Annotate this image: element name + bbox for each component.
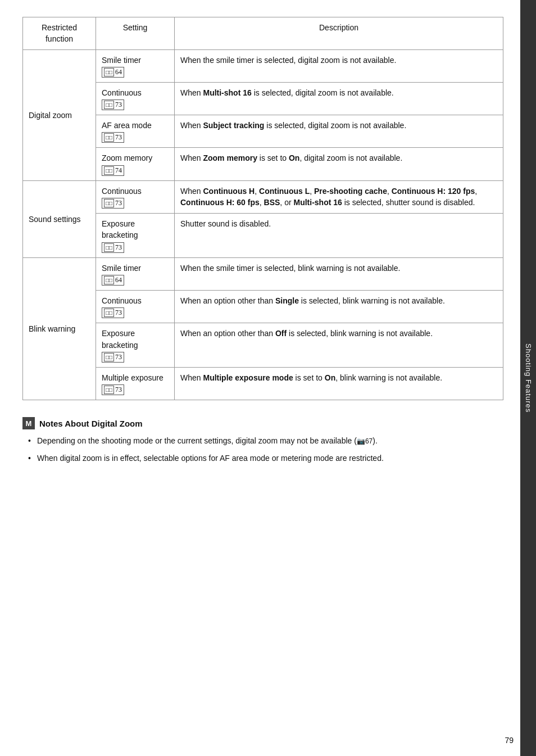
setting-cell: AF area mode□□73 bbox=[96, 115, 175, 148]
header-setting: Setting bbox=[96, 17, 175, 50]
description-cell: When Continuous H, Continuous L, Pre-sho… bbox=[175, 180, 503, 213]
table-row: Blink warning Smile timer□□64 When the s… bbox=[23, 257, 503, 290]
description-cell: When an option other than Single is sele… bbox=[175, 290, 503, 323]
page-ref-icon: □□73 bbox=[102, 132, 124, 143]
description-cell: Shutter sound is disabled. bbox=[175, 214, 503, 258]
setting-cell: Exposure bracketing□□73 bbox=[96, 323, 175, 368]
notes-header: M Notes About Digital Zoom bbox=[22, 417, 503, 429]
setting-cell: Exposure bracketing□□73 bbox=[96, 214, 175, 258]
side-tab: Shooting Features bbox=[520, 0, 536, 756]
page-ref-icon: □□73 bbox=[102, 384, 124, 395]
table-row: Sound settings Continuous□□73 When Conti… bbox=[23, 180, 503, 213]
group-digital-zoom: Digital zoom bbox=[23, 49, 96, 180]
header-restricted: Restricted function bbox=[23, 17, 96, 50]
description-cell: When Multi-shot 16 is selected, digital … bbox=[175, 82, 503, 115]
setting-cell: Multiple exposure□□73 bbox=[96, 367, 175, 400]
group-blink-warning: Blink warning bbox=[23, 257, 96, 400]
list-item: Depending on the shooting mode or the cu… bbox=[28, 435, 503, 447]
setting-cell: Continuous□□73 bbox=[96, 290, 175, 323]
page-ref-icon: □□73 bbox=[102, 242, 124, 253]
page-ref-icon: □□74 bbox=[102, 165, 124, 176]
special-ref-icon: 📷⁠67 bbox=[357, 437, 373, 445]
notes-icon: M bbox=[22, 417, 35, 429]
notes-list: Depending on the shooting mode or the cu… bbox=[22, 435, 503, 464]
table-row: Digital zoom Smile timer□□64 When the sm… bbox=[23, 49, 503, 82]
page-ref-icon: □□64 bbox=[102, 67, 124, 78]
header-description: Description bbox=[175, 17, 503, 50]
description-cell: When an option other than Off is selecte… bbox=[175, 323, 503, 368]
setting-cell: Zoom memory□□74 bbox=[96, 148, 175, 180]
description-cell: When Subject tracking is selected, digit… bbox=[175, 115, 503, 148]
group-sound-settings: Sound settings bbox=[23, 180, 96, 257]
page-ref-icon: □□73 bbox=[102, 307, 124, 318]
notes-section: M Notes About Digital Zoom Depending on … bbox=[22, 417, 503, 464]
list-item: When digital zoom is in effect, selectab… bbox=[28, 452, 503, 464]
page-ref-icon: □□73 bbox=[102, 99, 124, 110]
page-ref-icon: □□73 bbox=[102, 198, 124, 209]
description-cell: When the smile timer is selected, digita… bbox=[175, 49, 503, 82]
setting-cell: Smile timer□□64 bbox=[96, 49, 175, 82]
page-number: 79 bbox=[505, 736, 514, 745]
main-table: Restricted function Setting Description … bbox=[22, 17, 503, 400]
notes-title: Notes About Digital Zoom bbox=[39, 419, 143, 428]
setting-cell: Continuous□□73 bbox=[96, 82, 175, 115]
page-ref-icon: □□64 bbox=[102, 275, 124, 286]
setting-cell: Continuous□□73 bbox=[96, 180, 175, 213]
setting-cell: Smile timer□□64 bbox=[96, 257, 175, 290]
description-cell: When the smile timer is selected, blink … bbox=[175, 257, 503, 290]
side-tab-label: Shooting Features bbox=[524, 343, 533, 413]
page-ref-icon: □□73 bbox=[102, 352, 124, 363]
description-cell: When Multiple exposure mode is set to On… bbox=[175, 367, 503, 400]
description-cell: When Zoom memory is set to On, digital z… bbox=[175, 148, 503, 180]
